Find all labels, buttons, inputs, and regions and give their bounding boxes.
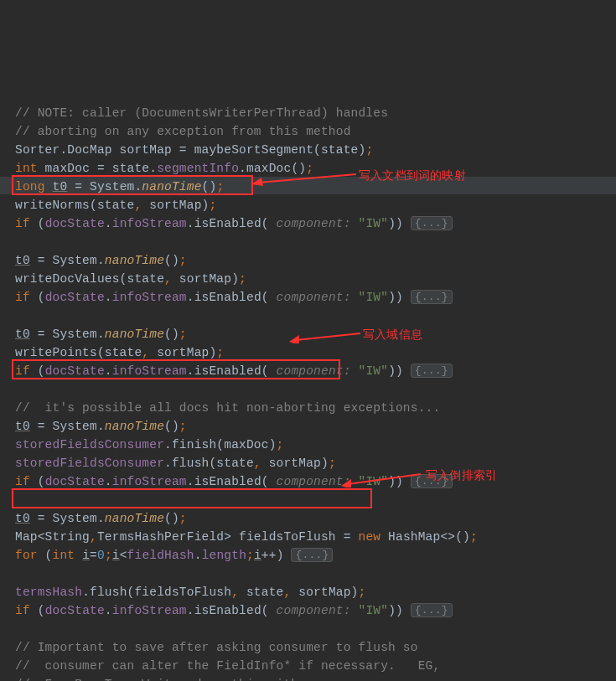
fold-marker[interactable]: {...} [411,216,453,230]
fold-marker[interactable]: {...} [411,290,453,304]
code-line: writeNorms(state, sortMap); [15,199,216,212]
code-line: long t0 = System.nanoTime(); [15,180,224,193]
code-line: Map<String,TermsHashPerField> fieldsToFl… [15,530,478,544]
comment: // FreqProxTermsWriter does this with [15,678,298,681]
code-editor[interactable]: // NOTE: caller (DocumentsWriterPerThrea… [0,0,616,681]
code-line: if (docState.infoStream.isEnabled( compo… [15,217,453,230]
code-line: t0 = System.nanoTime(); [15,512,187,525]
code-line: termsHash.flush(fieldsToFlush, state, so… [15,586,365,599]
code-line: writePoints(state, sortMap); [15,346,224,359]
comment: // aborting on any exception from this m… [15,125,351,138]
code-line: writeDocValues(state, sortMap); [15,272,246,286]
fold-marker[interactable]: {...} [291,548,333,562]
code-line: t0 = System.nanoTime(); [15,328,187,341]
code-line: storedFieldsConsumer.flush(state, sortMa… [15,457,336,470]
code-line: Sorter.DocMap sortMap = maybeSortSegment… [15,143,373,157]
code-line: if (docState.infoStream.isEnabled( compo… [15,364,453,378]
code-line: if (docState.infoStream.isEnabled( compo… [15,604,453,617]
code-block: // NOTE: caller (DocumentsWriterPerThrea… [15,85,616,681]
fold-marker[interactable]: {...} [411,364,453,378]
code-line: if (docState.infoStream.isEnabled( compo… [15,291,453,304]
code-line: if (docState.infoStream.isEnabled( compo… [15,475,453,488]
comment: // consumer can alter the FieldInfo* if … [15,659,440,673]
fold-marker[interactable]: {...} [411,474,453,488]
comment: // NOTE: caller (DocumentsWriterPerThrea… [15,106,388,120]
code-line: t0 = System.nanoTime(); [15,254,187,267]
code-line: int maxDoc = state.segmentInfo.maxDoc(); [15,162,313,175]
comment: // Important to save after asking consum… [15,641,418,654]
code-line: t0 = System.nanoTime(); [15,420,187,433]
code-line: storedFieldsConsumer.finish(maxDoc); [15,438,283,451]
fold-marker[interactable]: {...} [411,603,453,617]
comment: // it's possible all docs hit non-aborti… [15,401,440,415]
code-line: for (int i=0;i<fieldHash.length;i++) {..… [15,549,333,562]
